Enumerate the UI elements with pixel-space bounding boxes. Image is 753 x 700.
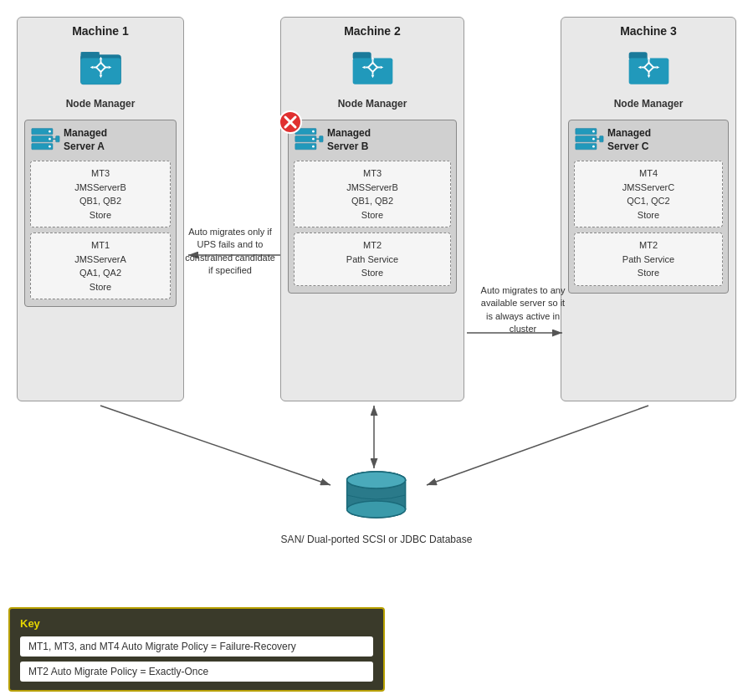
svg-point-59: [592, 146, 595, 148]
machine2-mt3-text: MT3JMSServerBQB1, QB2Store: [346, 168, 398, 220]
machine2-mt2-box: MT2Path ServiceStore: [294, 232, 451, 286]
svg-rect-20: [56, 136, 60, 142]
svg-point-57: [592, 130, 595, 133]
database-icon: [343, 468, 410, 526]
machine2-ms-header: ManagedServer B: [294, 125, 451, 156]
node-manager-icon-3: [623, 44, 674, 95]
svg-point-40: [312, 146, 315, 148]
server-icon-1: [30, 125, 60, 156]
machine1-node-manager-label: Node Manager: [24, 98, 177, 110]
machine1-mt1-box: MT1JMSServerAQA1, QA2Store: [30, 232, 171, 299]
machine1-box: Machine 1 Node Mana: [17, 17, 184, 401]
svg-point-39: [312, 138, 315, 141]
machine1-mt1-text: MT1JMSServerAQA1, QA2Store: [74, 240, 126, 292]
svg-point-16: [49, 130, 51, 133]
machine1-title: Machine 1: [24, 24, 177, 38]
machine3-node-manager-label: Node Manager: [568, 98, 729, 110]
annotation1: Auto migrates only if UPS fails and to c…: [184, 226, 276, 278]
server-icon-3: [574, 125, 604, 156]
machine1-mt3-box: MT3JMSServerBQB1, QB2Store: [30, 161, 171, 227]
svg-point-17: [49, 138, 51, 141]
machine3-mt2-box: MT2Path ServiceStore: [574, 232, 723, 286]
machine3-node-manager: Node Manager: [568, 44, 729, 110]
key-item-2: MT2 Auto Migrate Policy = Exactly-Once: [20, 662, 373, 682]
machine2-ms-title: ManagedServer B: [327, 127, 371, 153]
database-area: SAN/ Dual-ported SCSI or JDBC Database: [281, 468, 473, 545]
machine3-box: Machine 3 Node Manager: [561, 17, 736, 401]
machine3-ms-header: ManagedServer C: [574, 125, 723, 156]
key-box: Key MT1, MT3, and MT4 Auto Migrate Polic…: [8, 607, 385, 692]
machine1-mt3-text: MT3JMSServerBQB1, QB2Store: [74, 168, 126, 220]
node-manager-icon-2: [347, 44, 397, 95]
machine2-title: Machine 2: [288, 24, 457, 38]
machine3-mt4-text: MT4JMSServerCQC1, QC2Store: [622, 168, 674, 220]
machine2-box: Machine 2 Node Manager: [280, 17, 464, 401]
annotation1-text: Auto migrates only if UPS fails and to c…: [185, 227, 275, 275]
node-manager-icon-1: [75, 44, 126, 95]
machine3-title: Machine 3: [568, 24, 729, 38]
svg-point-58: [592, 138, 595, 141]
machine2-node-manager-label: Node Manager: [288, 98, 457, 110]
machine3-mt4-box: MT4JMSServerCQC1, QC2Store: [574, 161, 723, 227]
svg-point-38: [312, 130, 315, 133]
machine2-managed-server: ManagedServer B MT3JMSServerBQB1, QB2Sto…: [288, 120, 457, 294]
machine1-ms-title: ManagedServer A: [64, 127, 107, 153]
machine1-managed-server: ManagedServer A MT3JMSServerBQB1, QB2Sto…: [24, 120, 177, 307]
svg-point-76: [347, 501, 406, 518]
machine3-mt2-text: MT2Path ServiceStore: [622, 240, 674, 278]
svg-point-18: [49, 146, 51, 148]
machine2-mt3-box: MT3JMSServerBQB1, QB2Store: [294, 161, 451, 227]
machine3-ms-title: ManagedServer C: [607, 127, 651, 153]
error-badge: [279, 110, 302, 136]
annotation2-text: Auto migrates to any available server so…: [481, 285, 566, 334]
svg-rect-61: [600, 136, 604, 142]
machine2-node-manager: Node Manager: [288, 44, 457, 110]
svg-rect-42: [320, 136, 324, 142]
machine2-mt2-text: MT2Path ServiceStore: [346, 240, 398, 278]
machine1-ms-header: ManagedServer A: [30, 125, 171, 156]
key-item-1: MT1, MT3, and MT4 Auto Migrate Policy = …: [20, 636, 373, 657]
annotation2: Auto migrates to any available server so…: [477, 284, 569, 336]
key-title: Key: [20, 617, 373, 630]
machine3-managed-server: ManagedServer C MT4JMSServerCQC1, QC2Sto…: [568, 120, 729, 294]
machine1-node-manager: Node Manager: [24, 44, 177, 110]
database-label: SAN/ Dual-ported SCSI or JDBC Database: [281, 534, 473, 545]
svg-point-80: [347, 472, 406, 488]
